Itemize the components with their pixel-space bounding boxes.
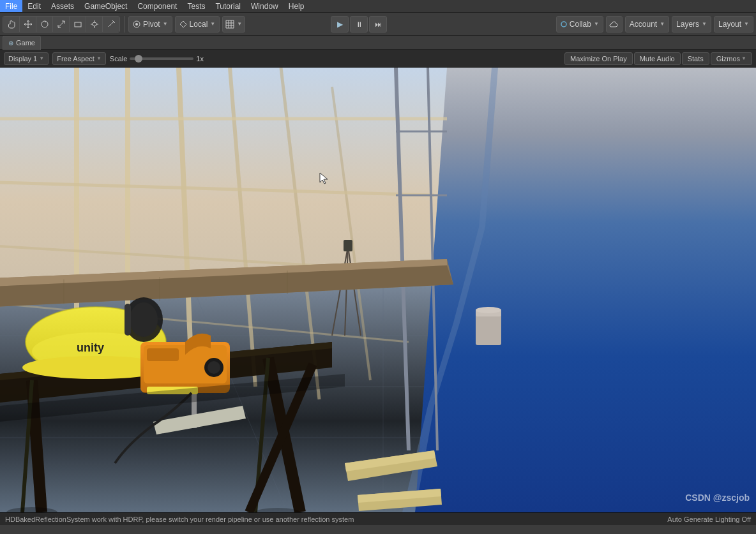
game-tab-icon: ⊕	[8, 40, 13, 47]
toolbar: Pivot ▼ Local ▼ ▼ ▶ ⏸ ⏭ Collab ▼	[0, 13, 756, 36]
svg-point-2	[93, 22, 96, 26]
svg-point-3	[135, 23, 138, 26]
play-controls: ▶ ⏸ ⏭	[331, 16, 387, 33]
local-label: Local	[190, 20, 208, 29]
scene-3d-render: unity	[0, 68, 756, 512]
layout-label: Layout	[718, 20, 741, 29]
menu-gameobject[interactable]: GameObject	[79, 0, 132, 12]
scene-canvas: unity	[0, 68, 756, 512]
status-bar: HDBakedReflectionSystem work with HDRP, …	[0, 512, 756, 525]
custom-tool-btn[interactable]	[103, 16, 119, 33]
stats-btn[interactable]: Stats	[682, 52, 709, 65]
rotate-tool-btn[interactable]	[36, 16, 53, 33]
local-arrow: ▼	[210, 21, 215, 27]
local-dropdown[interactable]: Local ▼	[175, 16, 220, 33]
transform-tool-btn[interactable]	[86, 16, 103, 33]
layers-dropdown[interactable]: Layers ▼	[672, 16, 711, 33]
svg-point-37	[476, 307, 501, 313]
pivot-icon	[133, 20, 140, 28]
gizmos-label: Gizmos	[716, 55, 740, 63]
grid-icon	[225, 20, 234, 29]
layout-dropdown[interactable]: Layout ▼	[714, 16, 753, 33]
collab-icon	[561, 21, 567, 27]
move-tool-btn[interactable]	[20, 16, 36, 33]
local-icon	[179, 20, 187, 28]
scale-label: Scale	[110, 55, 128, 63]
maximize-btn[interactable]: Maximize On Play	[564, 52, 633, 65]
svg-text:unity: unity	[77, 341, 104, 354]
svg-point-65	[208, 361, 220, 374]
account-label: Account	[630, 20, 657, 29]
maximize-label: Maximize On Play	[570, 55, 627, 63]
display-label: Display 1	[8, 55, 37, 63]
pause-button[interactable]: ⏸	[350, 16, 368, 33]
account-arrow: ▼	[660, 21, 665, 27]
status-left-message: HDBakedReflectionSystem work with HDRP, …	[5, 515, 354, 523]
game-tab[interactable]: ⊕ Game	[3, 36, 41, 50]
menu-file[interactable]: File	[0, 0, 22, 12]
svg-rect-1	[75, 22, 81, 27]
svg-point-0	[42, 21, 48, 27]
collab-dropdown[interactable]: Collab ▼	[556, 16, 603, 33]
collab-label: Collab	[570, 20, 591, 29]
svg-rect-34	[344, 240, 352, 251]
scale-tool-btn[interactable]	[53, 16, 70, 33]
display-dropdown[interactable]: Display 1 ▼	[4, 52, 49, 65]
aspect-dropdown[interactable]: Free Aspect ▼	[52, 52, 106, 65]
menu-help[interactable]: Help	[284, 0, 310, 12]
menu-window[interactable]: Window	[246, 0, 284, 12]
mute-label: Mute Audio	[640, 55, 675, 63]
gizmos-btn[interactable]: Gizmos ▼	[711, 52, 752, 65]
scale-slider[interactable]	[130, 57, 193, 60]
svg-rect-63	[147, 348, 179, 361]
menu-edit[interactable]: Edit	[22, 0, 46, 12]
gizmos-arrow: ▼	[741, 56, 746, 61]
rect-tool-btn[interactable]	[70, 16, 86, 33]
hand-tool-btn[interactable]	[3, 16, 20, 33]
pivot-label: Pivot	[143, 20, 160, 29]
grid-arrow: ▼	[237, 21, 242, 27]
menu-assets[interactable]: Assets	[46, 0, 79, 12]
scale-thumb	[135, 55, 142, 63]
menu-tutorial[interactable]: Tutorial	[210, 0, 246, 12]
game-tab-label: Game	[16, 39, 35, 47]
display-arrow: ▼	[39, 56, 44, 61]
cloud-button[interactable]	[606, 16, 623, 33]
play-button[interactable]: ▶	[331, 16, 349, 33]
collab-arrow: ▼	[594, 21, 599, 27]
mute-audio-btn[interactable]: Mute Audio	[634, 52, 681, 65]
pivot-dropdown[interactable]: Pivot ▼	[128, 16, 172, 33]
aspect-label: Free Aspect	[57, 55, 94, 63]
menu-tests[interactable]: Tests	[182, 0, 210, 12]
scale-value: 1x	[196, 55, 204, 63]
grid-dropdown[interactable]: ▼	[222, 16, 245, 33]
svg-point-5	[561, 22, 566, 27]
toolbar-right: Collab ▼ Account ▼ Layers ▼ Layout ▼	[556, 16, 753, 33]
layers-arrow: ▼	[702, 21, 707, 27]
transform-tools-group	[3, 16, 120, 33]
viewport-right-controls: Maximize On Play Mute Audio Stats Gizmos…	[564, 52, 752, 65]
step-button[interactable]: ⏭	[369, 16, 387, 33]
menu-bar: File Edit Assets GameObject Component Te…	[0, 0, 756, 13]
svg-rect-58	[125, 304, 131, 336]
game-tabbar: ⊕ Game	[0, 36, 756, 50]
toolbar-sep-1	[124, 16, 125, 33]
menu-component[interactable]: Component	[132, 0, 182, 12]
scale-container: Scale 1x	[110, 55, 204, 63]
pivot-arrow: ▼	[163, 21, 168, 27]
account-dropdown[interactable]: Account ▼	[625, 16, 669, 33]
viewport-toolbar: Display 1 ▼ Free Aspect ▼ Scale 1x Maxim…	[0, 50, 756, 68]
game-viewport[interactable]: unity	[0, 68, 756, 512]
stats-label: Stats	[688, 55, 704, 63]
layout-arrow: ▼	[744, 21, 749, 27]
aspect-arrow: ▼	[96, 56, 102, 61]
cloud-icon	[609, 20, 619, 28]
layers-label: Layers	[676, 20, 699, 29]
svg-point-57	[130, 302, 158, 337]
status-right-message: Auto Generate Lighting Off	[667, 515, 751, 523]
